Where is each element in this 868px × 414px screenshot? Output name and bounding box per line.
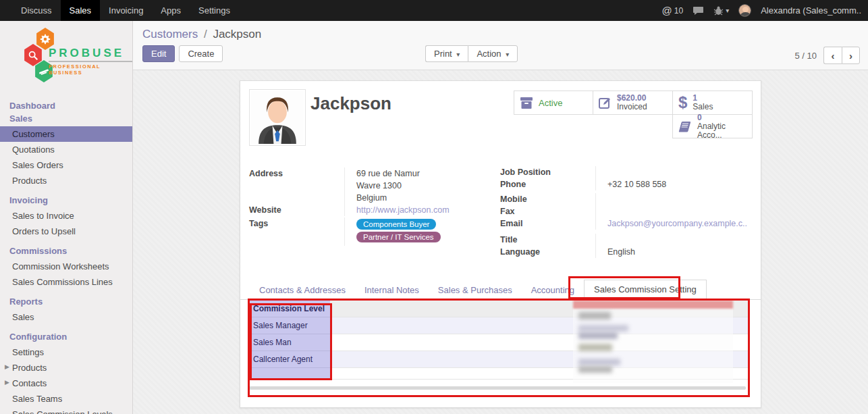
sidebar-item-sales-orders[interactable]: Sales Orders [0,157,132,173]
sidebar-item-settings[interactable]: Settings [0,344,132,360]
active-stat-button[interactable]: Active [514,90,593,115]
menu-apps[interactable]: Apps [152,0,190,21]
blurred-value [578,312,611,319]
commission-level-cell[interactable]: Callcenter Agent [249,351,330,368]
field-group-right: Job Position Phone +32 10 588 558 Mobile… [500,166,751,258]
nav-heading-invoicing[interactable]: Invoicing [0,188,132,208]
analytic-count-label: Analytic Acco... [697,122,747,140]
logo-title: PROBUSE [49,47,132,62]
nav-heading-sales[interactable]: Sales [0,113,132,126]
dollar-icon: $ [678,96,687,109]
empty-first-cell [249,368,330,380]
menu-sales[interactable]: Sales [61,0,101,21]
customer-form-sheet: Jackpson Active $620.00 Invoiced $ [240,80,761,408]
sidebar-item-config-contacts[interactable]: ▶Contacts [0,376,132,391]
active-status-label: Active [539,98,562,108]
sidebar-item-sales-commissions-lines[interactable]: Sales Commissions Lines [0,274,132,290]
language-value[interactable]: English [595,246,751,258]
expand-arrow-icon[interactable]: ▶ [5,363,9,370]
address-label: Address [249,167,344,204]
sidebar-item-orders-to-upsell[interactable]: Orders to Upsell [0,224,132,239]
address-line3: Belgium [356,193,492,203]
sidebar-item-sales-teams[interactable]: Sales Teams [0,391,132,407]
invoiced-label: Invoiced [617,103,647,111]
nav-heading-configuration[interactable]: Configuration [0,325,132,344]
print-dropdown-button[interactable]: Print ▾ [425,45,468,62]
tab-sales-commission-setting[interactable]: Sales Commission Setting [584,280,707,300]
debug-bug-icon[interactable]: ▾ [713,6,729,16]
expand-arrow-icon[interactable]: ▶ [5,379,9,386]
commission-level-cell[interactable]: Sales Man [249,334,330,351]
notebook-tabs: Contacts & Addresses Internal Notes Sale… [240,281,761,300]
sidebar-item-customers[interactable]: Customers [0,126,132,142]
tab-internal-notes[interactable]: Internal Notes [355,281,429,300]
nav-heading-commissions[interactable]: Commissions [0,239,132,259]
sidebar-item-config-products[interactable]: ▶Products [0,360,132,376]
menu-settings[interactable]: Settings [190,0,239,21]
sidebar-item-products[interactable]: Products [0,173,132,188]
website-link[interactable]: http://www.jackpson.com [356,205,450,215]
user-avatar[interactable] [738,4,751,17]
website-label: Website [249,204,344,216]
job-position-value[interactable] [595,166,751,178]
commission-level-column-header[interactable]: Commission Level [249,301,330,317]
print-label: Print [434,49,452,59]
tab-sales-purchases[interactable]: Sales & Purchases [429,281,522,300]
chat-bubble-icon[interactable] [693,6,704,16]
user-name[interactable]: Alexandra (Sales_comm.. [761,5,861,16]
sidebar-item-quotations[interactable]: Quotations [0,142,132,157]
title-label: Title [500,234,595,246]
tab-accounting[interactable]: Accounting [522,281,584,300]
address-line1: 69 rue de Namur [356,169,492,181]
mention-count: 10 [674,6,683,16]
customer-name: Jackpson [310,93,391,114]
title-value[interactable] [595,234,751,246]
sidebar-item-sales-to-invoice[interactable]: Sales to Invoice [0,208,132,224]
email-label: Email [500,217,595,230]
at-icon: @ [662,5,672,16]
pager-previous-button[interactable]: ‹ [823,47,842,64]
top-menu: Discuss Sales Invoicing Apps Settings [0,0,239,21]
edit-pencil-icon [599,97,612,109]
blurred-value [578,366,612,373]
analytic-accounts-stat-button[interactable]: 0 Analytic Acco... [672,114,753,138]
phone-value[interactable]: +32 10 588 558 [595,178,751,190]
sales-count-label: Sales [693,103,713,111]
create-button[interactable]: Create [179,45,223,62]
sidebar-item-reports-sales[interactable]: Sales [0,309,132,325]
menu-invoicing[interactable]: Invoicing [100,0,152,21]
field-group-left: Address 69 rue de Namur Wavre 1300 Belgi… [249,167,492,246]
menu-discuss[interactable]: Discuss [12,0,61,21]
email-link[interactable]: Jackpson@yourcompany.example.c.. [607,219,747,228]
address-value[interactable]: 69 rue de Namur Wavre 1300 Belgium [344,167,492,204]
sidebar-item-sales-commission-levels[interactable]: Sales Commission Levels [0,407,132,414]
nav-heading-dashboard[interactable]: Dashboard [0,98,132,113]
pager-next-button[interactable]: › [842,47,860,64]
language-label: Language [500,246,595,258]
breadcrumb-customers-link[interactable]: Customers [142,28,198,41]
action-label: Action [477,49,501,59]
table-footer-scrollbar[interactable] [249,386,746,390]
sales-stat-button[interactable]: $ 1 Sales [672,90,753,115]
breadcrumb-separator: / [204,28,207,41]
logo-subtitle: PROFESSIONAL BUSINESS [49,63,132,76]
blurred-value [578,359,620,365]
action-dropdown-button[interactable]: Action ▾ [468,45,518,62]
pager-counter: 5 / 10 [794,51,817,61]
mobile-value[interactable] [595,193,751,205]
tags-label: Tags [249,217,344,246]
sidebar-item-commission-worksheets[interactable]: Commission Worksheets [0,259,132,274]
commission-level-cell[interactable]: Sales Manager [249,317,330,334]
edit-button[interactable]: Edit [142,45,175,62]
phone-label: Phone [500,178,595,190]
probuse-logo: PROBUSE PROFESSIONAL BUSINESS [0,26,132,88]
customer-photo[interactable] [249,89,306,146]
invoiced-stat-button[interactable]: $620.00 Invoiced [593,90,673,115]
mentions-counter[interactable]: @ 10 [662,5,684,16]
fax-value[interactable] [595,205,751,217]
tag-components-buyer[interactable]: Components Buyer [356,219,436,230]
nav-heading-reports[interactable]: Reports [0,290,132,309]
tag-partner-it-services[interactable]: Partner / IT Services [356,232,441,242]
blurred-values-region [573,301,733,383]
tab-contacts-addresses[interactable]: Contacts & Addresses [250,281,355,300]
